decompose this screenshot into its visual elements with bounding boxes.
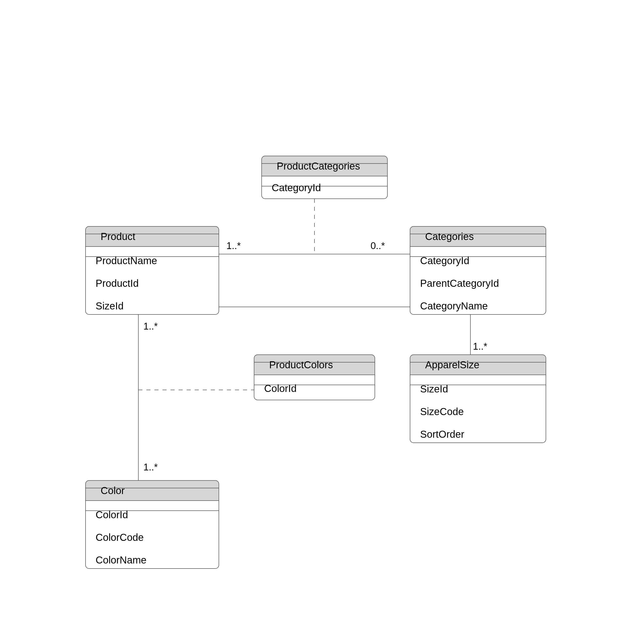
- entity-attr: SizeCode: [420, 406, 464, 417]
- entity-attr: ColorId: [96, 509, 128, 520]
- entity-attr: CategoryName: [420, 300, 488, 311]
- entity-productcolors: ProductColors ColorId: [254, 355, 375, 400]
- entity-apparelsize: ApparelSize SizeId SizeCode SortOrder: [410, 355, 546, 443]
- entity-attr: ParentCategoryId: [420, 278, 499, 289]
- mult-prodcolor-top: 1..*: [143, 321, 158, 332]
- entity-attr: SizeId: [420, 383, 448, 394]
- entity-title: Color: [101, 485, 125, 496]
- entity-title: ProductColors: [269, 359, 333, 370]
- entity-attr: ProductId: [96, 278, 139, 289]
- entity-title: Categories: [425, 231, 474, 242]
- entity-categories: Categories CategoryId ParentCategoryId C…: [410, 226, 546, 314]
- mult-prodsize-right: 1..*: [473, 341, 487, 352]
- mult-prodcat-right: 0..*: [371, 240, 385, 251]
- entity-attr: CategoryId: [272, 182, 321, 193]
- entity-title: ProductCategories: [277, 160, 360, 172]
- entity-attr: SizeId: [96, 300, 124, 311]
- entity-attr: ProductName: [96, 255, 157, 266]
- entity-title: ApparelSize: [425, 359, 479, 370]
- mult-prodcolor-bot: 1..*: [143, 462, 158, 472]
- entity-attr: CategoryId: [420, 255, 469, 266]
- entity-attr: ColorId: [264, 383, 297, 394]
- entity-title: Product: [101, 231, 135, 242]
- entity-color: Color ColorId ColorCode ColorName: [86, 480, 219, 569]
- entity-productcategories: ProductCategories CategoryId: [262, 156, 387, 199]
- entity-product: Product ProductName ProductId SizeId: [86, 226, 219, 314]
- entity-attr: ColorName: [96, 554, 146, 566]
- mult-prodcat-left: 1..*: [226, 240, 241, 251]
- entity-attr: ColorCode: [96, 532, 144, 543]
- entity-attr: SortOrder: [420, 429, 464, 440]
